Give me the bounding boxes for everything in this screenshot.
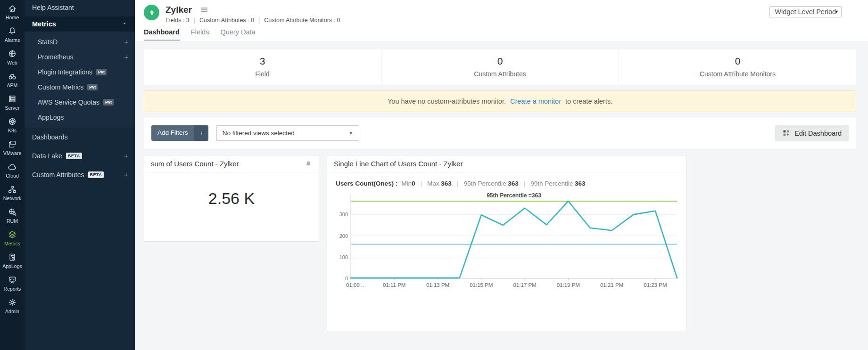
sidebar-item-label: AWS Service Quotas (38, 98, 99, 106)
chart-stats-line: Users Count(Ones) :Min0|Max 363|95th Per… (327, 172, 686, 188)
stats-separator: | (421, 180, 422, 187)
edit-dashboard-button[interactable]: Edit Dashboard (775, 125, 849, 141)
rail-item-label: RUM (7, 218, 18, 224)
rail-item-label: APM (7, 82, 18, 88)
rail-item-label: Alarms (5, 37, 20, 43)
stat-card-custom-attribute-monitors: 0 Custom Attribute Monitors (619, 49, 856, 85)
stat-max: Max 363 (427, 180, 452, 187)
rail-item-label: Admin (5, 309, 19, 314)
filter-bar: Add Filters + No filtered views selected… (144, 118, 856, 148)
monitor-meta-line: Fields : 3|Custom Attributes : 0|Custom … (165, 17, 340, 24)
sidebar-item-custom-attributes[interactable]: Custom Attributes BETA + (25, 165, 135, 184)
pvt-badge: Pvt (87, 84, 98, 90)
rail-item-label: Network (3, 195, 22, 201)
svg-text:0: 0 (345, 276, 348, 281)
banner-text: You have no custom-attributes monitor. (388, 98, 506, 105)
sidebar-item-label: Dashboards (32, 133, 68, 141)
line-chart: 010020030095th Percentile =36301:09 ..01… (335, 191, 680, 293)
sidebar-item-data-lake[interactable]: Data Lake BETA + (25, 147, 135, 165)
rail-item-apm[interactable]: APM (0, 72, 25, 88)
rail-item-applogs[interactable]: AppLogs (0, 252, 25, 269)
stats-separator: | (457, 180, 459, 187)
widget-title: Single Line Chart of Users Count - Zylke… (334, 160, 463, 168)
sidebar-item-label: Custom Metrics (38, 83, 83, 91)
edit-dashboard-label: Edit Dashboard (794, 130, 842, 137)
sidebar-item-dashboards[interactable]: Dashboards (25, 128, 135, 147)
sidebar-item-aws-service-quotas[interactable]: AWS Service Quotas Pvt (25, 95, 135, 110)
add-filters-button[interactable]: Add Filters + (151, 125, 208, 141)
bell-icon[interactable] (305, 160, 312, 168)
banner-text-after: to create alerts. (565, 98, 612, 105)
tab-fields[interactable]: Fields (191, 28, 209, 41)
sidebar-section-metrics[interactable]: Metrics (25, 16, 135, 32)
svg-text:01:19 PM: 01:19 PM (557, 282, 580, 288)
rail-item-network[interactable]: Network (0, 185, 25, 201)
rail-item-label: Server (5, 105, 20, 111)
line-chart-widget-card: Single Line Chart of Users Count - Zylke… (327, 155, 687, 331)
page-title: Zylker (165, 5, 192, 15)
stat-label: Field (144, 70, 381, 78)
sum-widget-value: 2.56 K (208, 189, 255, 208)
main-area: Zylker Fields : 3|Custom Attributes : 0|… (135, 0, 868, 350)
stat-value: 0 (381, 56, 619, 67)
svg-text:01:13 PM: 01:13 PM (426, 282, 449, 288)
sidebar-bottom-items: Dashboards Data Lake BETA + Custom Attri… (25, 128, 135, 184)
rail-item-server[interactable]: Server (0, 94, 25, 111)
plus-icon[interactable]: + (124, 54, 128, 60)
rail-item-rum[interactable]: RUM (0, 207, 25, 224)
sum-widget-card: sum of Users Count - Zylker 2.56 K (144, 155, 319, 242)
binoculars-icon (8, 72, 17, 81)
cloud-icon (8, 162, 17, 171)
svg-text:01:21 PM: 01:21 PM (600, 282, 623, 288)
stat-value: 0 (619, 56, 856, 67)
widget-level-period-select[interactable]: Widget Level Period ▼ (769, 6, 842, 17)
sidebar-item-label: Custom Attributes (32, 171, 84, 179)
rail-item-cloud[interactable]: Cloud (0, 162, 25, 179)
widgets-row: sum of Users Count - Zylker 2.56 K Singl… (144, 155, 856, 331)
stat-95th-percentile: 95th Percentile 363 (463, 180, 518, 187)
svg-text:95th Percentile =363: 95th Percentile =363 (487, 192, 541, 199)
kubernetes-icon (8, 117, 17, 126)
rail-item-alarms[interactable]: Alarms (0, 26, 25, 43)
no-monitor-banner: You have no custom-attributes monitor. C… (144, 90, 856, 112)
plus-icon[interactable]: + (124, 153, 128, 159)
stat-label: Custom Attribute Monitors (619, 70, 856, 78)
plus-icon[interactable]: + (194, 125, 208, 141)
server-icon (8, 94, 17, 104)
tab-dashboard[interactable]: Dashboard (144, 28, 180, 41)
metrics-submenu: StatsD + Prometheus + Plugin Integration… (25, 32, 135, 128)
create-monitor-link[interactable]: Create a monitor (510, 98, 561, 105)
rail-item-label: Reports (4, 286, 21, 292)
sidebar-item-prometheus[interactable]: Prometheus + (25, 49, 135, 65)
rail-item-web[interactable]: Web (0, 49, 25, 65)
sidebar-item-help-assistant[interactable]: Help Assistant (25, 0, 135, 16)
sidebar-item-plugin-integrations[interactable]: Plugin Integrations Pvt (25, 65, 135, 80)
rail-item-vmware[interactable]: VMware (0, 139, 25, 156)
filtered-views-dropdown[interactable]: No filtered views selected ▼ (216, 125, 359, 141)
stat-label: Custom Attributes (381, 70, 619, 78)
tab-query-data[interactable]: Query Data (220, 28, 255, 41)
rail-item-label: AppLogs (2, 263, 22, 269)
meta-item-fields: Fields : 3 (165, 17, 190, 24)
stat-value: 3 (144, 56, 381, 67)
sidebar-item-applogs[interactable]: AppLogs (25, 110, 135, 125)
rail-item-k8s[interactable]: K8s (0, 117, 25, 133)
pvt-badge: Pvt (96, 69, 107, 75)
sidebar-item-statsd[interactable]: StatsD + (25, 34, 135, 49)
series-label: Users Count(Ones) : (336, 180, 397, 187)
hamburger-menu-icon[interactable] (200, 6, 208, 14)
svg-text:01:09 ..: 01:09 .. (346, 282, 364, 288)
rail-item-reports[interactable]: Reports (0, 275, 25, 292)
stat-min: Min0 (401, 180, 415, 187)
rail-item-admin[interactable]: Admin (0, 298, 25, 314)
sidebar-item-custom-metrics[interactable]: Custom Metrics Pvt (25, 80, 135, 95)
rail-item-home[interactable]: Home (0, 4, 25, 20)
app-window: Home Alarms Web APM Server K8s VMware Cl… (0, 0, 868, 350)
rail-item-label: Home (6, 15, 19, 20)
rail-item-metrics[interactable]: Metrics (0, 230, 25, 246)
plus-icon[interactable]: + (124, 171, 128, 178)
filtered-views-value: No filtered views selected (223, 130, 295, 137)
plus-icon[interactable]: + (124, 39, 128, 45)
sidebar-item-label: Data Lake (32, 152, 62, 160)
network-icon (8, 185, 17, 194)
